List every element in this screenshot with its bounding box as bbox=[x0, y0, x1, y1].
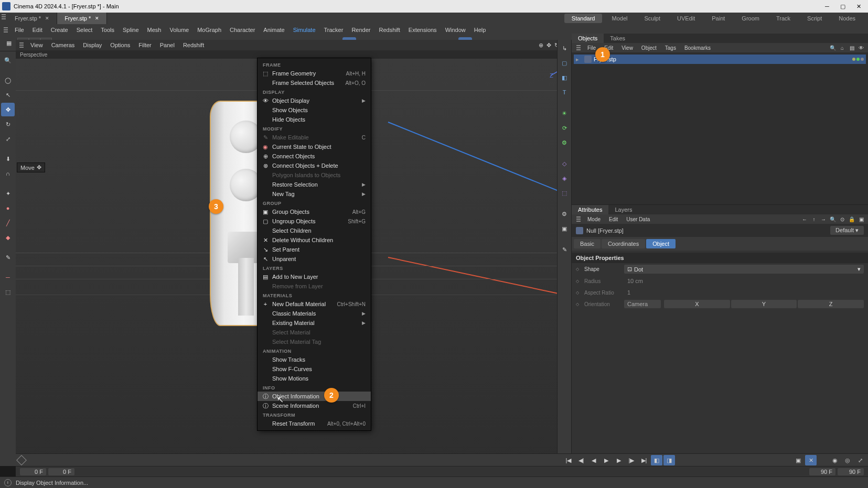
tab-handle-icon[interactable] bbox=[0, 13, 7, 24]
menu-simulate[interactable]: Simulate bbox=[289, 24, 320, 36]
autokey-button[interactable]: ◨ bbox=[663, 455, 675, 465]
attr-mode-selector[interactable]: Default ▾ bbox=[830, 226, 864, 235]
attr-tab-coord[interactable]: Coordinates bbox=[602, 239, 645, 248]
ctx-item-current-state-to-object[interactable]: ◉Current State to Object bbox=[258, 142, 371, 151]
ctx-item-select-children[interactable]: Select Children bbox=[258, 226, 371, 235]
rec-button[interactable]: ◉ bbox=[829, 455, 841, 465]
menu-edit[interactable]: Edit bbox=[28, 24, 47, 36]
menu-animate[interactable]: Animate bbox=[259, 24, 288, 36]
ctx-item-delete-without-children[interactable]: ✕Delete Without Children bbox=[258, 235, 371, 245]
doc-tab-1[interactable]: Fryer.stp * ✕ bbox=[57, 13, 107, 24]
obj-handle-icon[interactable] bbox=[575, 44, 582, 52]
up-icon[interactable]: ↑ bbox=[810, 215, 818, 223]
layout-tab-groom[interactable]: Groom bbox=[734, 14, 767, 23]
menu-render[interactable]: Render bbox=[347, 24, 374, 36]
ctx-item-show-motions[interactable]: Show Motions bbox=[258, 374, 371, 383]
keyframe-icon[interactable] bbox=[16, 455, 27, 465]
ctx-item-hide-objects[interactable]: Hide Objects bbox=[258, 115, 371, 124]
ctx-item-classic-materials[interactable]: Classic Materials▶ bbox=[258, 309, 371, 318]
layout-tab-track[interactable]: Track bbox=[769, 14, 798, 23]
next-frame-button[interactable]: ▶ bbox=[613, 455, 625, 465]
field-icon[interactable]: ◈ bbox=[558, 172, 571, 185]
vp-menu-cameras[interactable]: Cameras bbox=[47, 42, 79, 48]
lock-icon[interactable]: 🔒 bbox=[848, 215, 855, 223]
vp-zoom-icon[interactable]: ⊕ bbox=[539, 42, 543, 49]
menubar-handle-icon[interactable] bbox=[2, 26, 9, 34]
expand-timeline-button[interactable]: ⤢ bbox=[854, 455, 866, 465]
edit-icon[interactable]: ✎ bbox=[558, 243, 571, 256]
play-button[interactable]: ▶ bbox=[601, 455, 612, 465]
vp-handle-icon[interactable] bbox=[18, 41, 25, 49]
goto-start-button[interactable]: |◀ bbox=[563, 455, 574, 465]
edge-mode-icon[interactable]: ╱ bbox=[1, 216, 15, 230]
layout-grid-icon[interactable]: ▦ bbox=[2, 37, 16, 50]
menu-mesh[interactable]: Mesh bbox=[143, 24, 166, 36]
prev-key-button[interactable]: ◀| bbox=[575, 455, 587, 465]
layout-tab-standard[interactable]: Standard bbox=[564, 14, 603, 23]
live-select-icon[interactable]: ◯ bbox=[1, 73, 15, 87]
null-icon[interactable]: ↳ bbox=[558, 42, 571, 55]
home-icon[interactable]: ⌂ bbox=[839, 44, 846, 51]
array-icon[interactable]: ⬚ bbox=[558, 187, 571, 199]
shape-dropdown[interactable]: ⊡ Dot▾ bbox=[624, 265, 864, 274]
prev-frame-button[interactable]: ◀ bbox=[588, 455, 599, 465]
pin-icon[interactable]: ⊙ bbox=[839, 215, 846, 223]
light-icon[interactable]: ☀ bbox=[558, 107, 571, 120]
menu-spline[interactable]: Spline bbox=[119, 24, 143, 36]
range-end-input[interactable]: 90 F bbox=[809, 468, 835, 475]
tab-takes[interactable]: Takes bbox=[604, 34, 631, 43]
attr-menu-mode[interactable]: Mode bbox=[584, 216, 604, 222]
layout-tab-paint[interactable]: Paint bbox=[704, 14, 732, 23]
menu-character[interactable]: Character bbox=[226, 24, 259, 36]
new-icon[interactable]: ▣ bbox=[858, 215, 865, 223]
current-frame-input[interactable]: 0 F bbox=[48, 468, 74, 475]
ctx-item-frame-geometry[interactable]: ⬚Frame GeometryAlt+H, H bbox=[258, 69, 371, 78]
filter-icon[interactable]: ▤ bbox=[848, 44, 855, 51]
uv-icon[interactable]: ⬚ bbox=[1, 285, 15, 299]
layout-tab-script[interactable]: Script bbox=[800, 14, 829, 23]
menu-file[interactable]: File bbox=[10, 24, 28, 36]
search-icon[interactable]: 🔍 bbox=[1, 53, 15, 67]
ctx-item-new-tag[interactable]: New Tag▶ bbox=[258, 189, 371, 199]
text-icon[interactable]: T bbox=[558, 86, 571, 99]
attr-tab-object[interactable]: Object bbox=[646, 239, 676, 248]
attr-handle-icon[interactable] bbox=[575, 215, 582, 223]
ctx-item-show-objects[interactable]: Show Objects bbox=[258, 105, 371, 115]
ctx-item-new-default-material[interactable]: +New Default MaterialCtrl+Shift+N bbox=[258, 299, 371, 309]
rec2-button[interactable]: ◎ bbox=[842, 455, 853, 465]
brush-icon[interactable]: ✎ bbox=[1, 251, 15, 264]
record-active-button[interactable]: ◧ bbox=[651, 455, 662, 465]
menu-window[interactable]: Window bbox=[441, 24, 470, 36]
menu-extensions[interactable]: Extensions bbox=[404, 24, 441, 36]
tab-objects[interactable]: Objects bbox=[572, 34, 604, 43]
vp-menu-redshift[interactable]: Redshift bbox=[179, 42, 208, 48]
menu-help[interactable]: Help bbox=[470, 24, 490, 36]
layout-tab-nodes[interactable]: Nodes bbox=[831, 14, 863, 23]
ctx-item-object-information[interactable]: ⓘObject Information bbox=[258, 392, 371, 401]
ctx-item-existing-material[interactable]: Existing Material▶ bbox=[258, 318, 371, 328]
point-mode-icon[interactable]: ● bbox=[1, 201, 15, 215]
goto-end-button[interactable]: ▶| bbox=[638, 455, 650, 465]
attr-menu-userdata[interactable]: User Data bbox=[623, 216, 653, 222]
expand-icon[interactable]: ▸ bbox=[576, 56, 582, 63]
key-filter-button[interactable]: ✕ bbox=[805, 455, 817, 465]
attr-menu-edit[interactable]: Edit bbox=[606, 216, 621, 222]
scene-icon[interactable]: ▣ bbox=[558, 222, 571, 235]
menu-volume[interactable]: Volume bbox=[165, 24, 193, 36]
cube-prim-icon[interactable]: ◧ bbox=[558, 71, 571, 84]
range-start-input[interactable]: 0 F bbox=[20, 468, 46, 475]
magnet-icon[interactable]: ∩ bbox=[1, 167, 15, 180]
move-tool-icon[interactable]: ✥ bbox=[1, 103, 15, 116]
menu-tracker[interactable]: Tracker bbox=[320, 24, 348, 36]
fwd-icon[interactable]: → bbox=[820, 215, 827, 223]
attr-tab-basic[interactable]: Basic bbox=[574, 239, 601, 248]
menu-tools[interactable]: Tools bbox=[97, 24, 119, 36]
ctx-item-show-f-curves[interactable]: Show F-Curves bbox=[258, 364, 371, 374]
ctx-item-frame-selected-objects[interactable]: Frame Selected ObjectsAlt+O, O bbox=[258, 78, 371, 88]
vp-menu-filter[interactable]: Filter bbox=[134, 42, 155, 48]
menu-mograph[interactable]: MoGraph bbox=[193, 24, 226, 36]
tab-layers[interactable]: Layers bbox=[608, 205, 638, 214]
camera-icon[interactable]: ⚙ bbox=[558, 208, 571, 220]
key-mode-button[interactable]: ▣ bbox=[792, 455, 804, 465]
doc-tab-0[interactable]: Fryer.stp * ✕ bbox=[7, 13, 57, 24]
